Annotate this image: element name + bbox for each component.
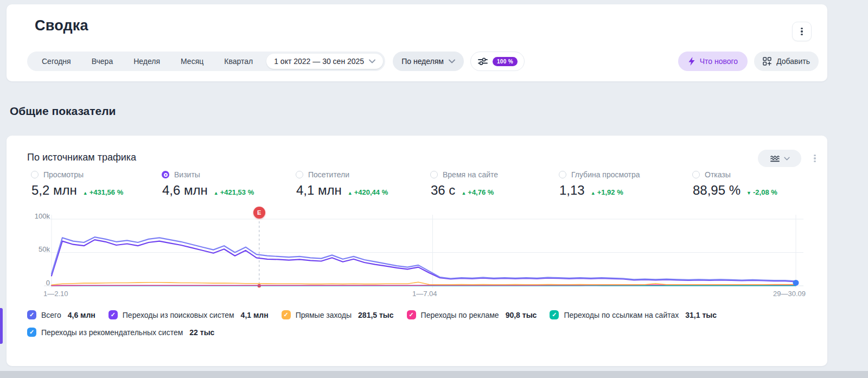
metric-label: Просмотры: [43, 170, 84, 179]
delta-up-icon: ▲: [83, 190, 88, 196]
metric-radio[interactable]: [559, 171, 566, 178]
legend-label: Переходы из поисковых систем: [123, 311, 234, 319]
metric-3[interactable]: Время на сайте36 с▲+4,76 %: [430, 170, 498, 198]
event-marker-badge[interactable]: Е: [253, 207, 265, 219]
sliders-icon: [477, 57, 488, 66]
legend-label: Прямые заходы: [296, 311, 352, 319]
granularity-select[interactable]: По неделям: [393, 52, 464, 71]
header-menu-button[interactable]: [792, 22, 812, 41]
legend-checkbox[interactable]: ✓: [27, 310, 36, 319]
metric-radio[interactable]: [692, 171, 700, 178]
metric-value: 4,6 млн: [162, 183, 208, 198]
sampling-button[interactable]: 100 %: [470, 52, 525, 71]
kebab-icon: [801, 28, 802, 36]
metric-value: 4,1 млн: [296, 183, 342, 198]
legend-value: 90,8 тыс: [506, 311, 537, 319]
metric-label: Время на сайте: [443, 170, 498, 179]
delta-up-icon: ▲: [214, 190, 219, 196]
legend-label: Переходы по ссылкам на сайтах: [564, 311, 679, 319]
metric-label: Посетители: [308, 170, 349, 179]
metric-delta: ▼-2,08 %: [746, 188, 777, 196]
metric-radio[interactable]: [296, 171, 303, 178]
metric-2[interactable]: Посетители4,1 млн▲+420,44 %: [296, 170, 388, 198]
page-title: Сводка: [35, 17, 88, 34]
delta-up-icon: ▲: [348, 190, 353, 196]
whats-new-button[interactable]: Что нового: [678, 52, 748, 71]
chevron-down-icon: [449, 59, 455, 63]
chevron-down-icon: [369, 59, 375, 63]
add-widget-button[interactable]: Добавить: [754, 52, 819, 71]
period-today[interactable]: Сегодня: [31, 57, 81, 66]
series-line-2: [52, 282, 796, 285]
legend-checkbox[interactable]: ✓: [108, 310, 118, 319]
chart-legend: ✓Всего4,6 млн✓Переходы из поисковых сист…: [27, 310, 808, 337]
metric-delta: ▲+420,44 %: [348, 188, 388, 196]
legend-item-4[interactable]: ✓Переходы по ссылкам на сайтах31,1 тыс: [550, 310, 717, 319]
legend-value: 4,1 млн: [241, 311, 269, 319]
metric-delta: ▲+421,53 %: [214, 188, 254, 196]
kebab-icon: [814, 155, 815, 163]
legend-checkbox[interactable]: ✓: [282, 310, 291, 319]
metric-label: Отказы: [705, 170, 731, 179]
period-week[interactable]: Неделя: [123, 57, 170, 66]
legend-checkbox[interactable]: ✓: [27, 328, 36, 337]
legend-checkbox[interactable]: ✓: [550, 310, 559, 319]
period-yesterday[interactable]: Вчера: [81, 57, 124, 66]
legend-item-5[interactable]: ✓Переходы из рекомендательных систем22 т…: [27, 328, 214, 337]
metric-label: Глубина просмотра: [571, 170, 640, 179]
legend-checkbox[interactable]: ✓: [407, 310, 416, 319]
legend-item-2[interactable]: ✓Прямые заходы281,5 тыс: [282, 310, 394, 319]
left-edge-accent-strip: [0, 308, 3, 344]
metric-value: 1,13: [559, 183, 585, 198]
delta-up-icon: ▲: [461, 190, 466, 196]
card-title: По источникам трафика: [27, 152, 136, 163]
lightning-bolt-icon: [688, 57, 695, 66]
metric-label: Визиты: [174, 170, 200, 179]
legend-label: Переходы по рекламе: [421, 311, 499, 319]
metric-value: 5,2 млн: [31, 183, 77, 198]
legend-value: 22 тыс: [189, 328, 214, 337]
period-month[interactable]: Месяц: [170, 57, 214, 66]
legend-item-3[interactable]: ✓Переходы по рекламе90,8 тыс: [407, 310, 537, 319]
current-point-dot: [793, 280, 799, 286]
metric-value: 36 с: [431, 183, 455, 198]
metric-delta: ▲+431,56 %: [83, 188, 123, 196]
period-quarter[interactable]: Квартал: [214, 57, 263, 66]
metric-value: 88,95 %: [693, 183, 741, 198]
card-menu-button[interactable]: [808, 152, 821, 165]
bottom-page-band: [0, 371, 868, 378]
legend-label: Переходы из рекомендательных систем: [41, 328, 183, 337]
series-line-1: [52, 240, 796, 281]
metric-5[interactable]: Отказы88,95 %▼-2,08 %: [692, 170, 777, 198]
legend-item-1[interactable]: ✓Переходы из поисковых систем4,1 млн: [108, 310, 269, 319]
metric-1[interactable]: Визиты4,6 млн▲+421,53 %: [162, 170, 254, 198]
metric-delta: ▲+1,92 %: [591, 188, 623, 196]
metric-radio[interactable]: [31, 171, 39, 178]
sampling-badge: 100 %: [493, 57, 518, 66]
metrics-switcher: Просмотры5,2 млн▲+431,56 %Визиты4,6 млн▲…: [7, 170, 827, 204]
whats-new-label: Что нового: [700, 57, 738, 66]
metric-radio[interactable]: [430, 171, 438, 178]
date-range-value: 1 окт 2022 — 30 сен 2025: [274, 57, 364, 66]
metric-0[interactable]: Просмотры5,2 млн▲+431,56 %: [31, 170, 123, 198]
metric-radio[interactable]: [162, 171, 169, 178]
period-selector: Сегодня Вчера Неделя Месяц Квартал 1 окт…: [27, 52, 385, 71]
x-tick-start: 1—2.10: [43, 290, 68, 298]
metric-4[interactable]: Глубина просмотра1,13▲+1,92 %: [559, 170, 640, 198]
granularity-value: По неделям: [401, 57, 444, 66]
filter-row: Сегодня Вчера Неделя Месяц Квартал 1 окт…: [27, 52, 819, 71]
series-line-0: [52, 237, 796, 281]
legend-item-0[interactable]: ✓Всего4,6 млн: [27, 310, 95, 319]
delta-up-icon: ▲: [591, 190, 596, 196]
chart-canvas[interactable]: [7, 214, 827, 293]
legend-value: 31,1 тыс: [685, 311, 717, 319]
header-actions: Что нового Добавить: [678, 52, 819, 71]
date-range-picker[interactable]: 1 окт 2022 — 30 сен 2025: [266, 54, 383, 69]
chart-area[interactable]: 100k 50k 0 Е 1—2.10 1—7.04 29—30.09: [7, 214, 827, 301]
legend-label: Всего: [41, 311, 61, 319]
legend-value: 281,5 тыс: [358, 311, 394, 319]
chart-type-selector[interactable]: [758, 150, 801, 167]
add-label: Добавить: [776, 57, 810, 66]
header-card: Сводка Сегодня Вчера Неделя Месяц Кварта…: [7, 4, 827, 81]
wave-lines-icon: [770, 155, 780, 163]
